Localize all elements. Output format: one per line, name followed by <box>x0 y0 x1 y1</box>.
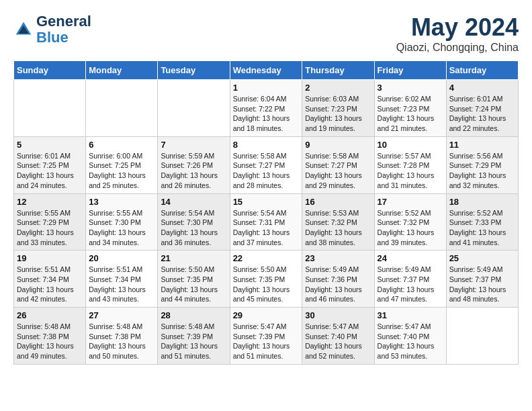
day-number: 26 <box>17 310 83 320</box>
calendar-cell: 15Sunrise: 5:54 AM Sunset: 7:31 PM Dayli… <box>230 193 302 250</box>
day-number: 31 <box>378 310 443 320</box>
calendar-cell: 8Sunrise: 5:58 AM Sunset: 7:27 PM Daylig… <box>230 136 302 193</box>
day-number: 19 <box>17 253 83 263</box>
day-number: 5 <box>17 140 83 150</box>
day-number: 4 <box>449 83 515 93</box>
day-number: 2 <box>305 83 371 93</box>
day-info: Sunrise: 5:57 AM Sunset: 7:28 PM Dayligh… <box>378 151 443 191</box>
calendar-cell: 17Sunrise: 5:52 AM Sunset: 7:32 PM Dayli… <box>374 193 446 250</box>
calendar-week-3: 12Sunrise: 5:55 AM Sunset: 7:29 PM Dayli… <box>14 193 519 250</box>
day-number: 15 <box>233 197 300 207</box>
day-info: Sunrise: 5:54 AM Sunset: 7:30 PM Dayligh… <box>161 208 226 248</box>
calendar-week-2: 5Sunrise: 6:01 AM Sunset: 7:25 PM Daylig… <box>14 136 519 193</box>
calendar-cell: 19Sunrise: 5:51 AM Sunset: 7:34 PM Dayli… <box>14 250 86 308</box>
calendar-cell: 5Sunrise: 6:01 AM Sunset: 7:25 PM Daylig… <box>14 136 86 193</box>
calendar-week-1: 1Sunrise: 6:04 AM Sunset: 7:22 PM Daylig… <box>14 80 519 137</box>
calendar-week-5: 26Sunrise: 5:48 AM Sunset: 7:38 PM Dayli… <box>14 308 519 365</box>
day-number: 13 <box>89 197 154 207</box>
logo-icon <box>13 19 34 40</box>
day-info: Sunrise: 6:02 AM Sunset: 7:23 PM Dayligh… <box>378 94 443 134</box>
day-info: Sunrise: 5:49 AM Sunset: 7:37 PM Dayligh… <box>449 265 515 304</box>
weekday-monday: Monday <box>86 61 158 80</box>
day-info: Sunrise: 5:51 AM Sunset: 7:34 PM Dayligh… <box>17 265 83 304</box>
calendar-cell: 3Sunrise: 6:02 AM Sunset: 7:23 PM Daylig… <box>374 80 446 137</box>
calendar-cell: 18Sunrise: 5:52 AM Sunset: 7:33 PM Dayli… <box>446 193 518 250</box>
day-number: 30 <box>305 310 371 320</box>
day-info: Sunrise: 5:50 AM Sunset: 7:35 PM Dayligh… <box>233 265 300 304</box>
day-info: Sunrise: 5:48 AM Sunset: 7:39 PM Dayligh… <box>161 322 226 361</box>
day-info: Sunrise: 5:56 AM Sunset: 7:29 PM Dayligh… <box>449 151 515 191</box>
day-number: 9 <box>305 140 371 150</box>
day-number: 29 <box>233 310 300 320</box>
calendar-cell: 9Sunrise: 5:58 AM Sunset: 7:27 PM Daylig… <box>302 136 374 193</box>
calendar-cell: 30Sunrise: 5:47 AM Sunset: 7:40 PM Dayli… <box>302 308 374 365</box>
day-info: Sunrise: 5:47 AM Sunset: 7:39 PM Dayligh… <box>233 322 300 361</box>
day-info: Sunrise: 5:59 AM Sunset: 7:26 PM Dayligh… <box>161 151 226 191</box>
calendar-cell: 12Sunrise: 5:55 AM Sunset: 7:29 PM Dayli… <box>14 193 86 250</box>
day-info: Sunrise: 5:53 AM Sunset: 7:32 PM Dayligh… <box>305 208 371 248</box>
day-info: Sunrise: 6:00 AM Sunset: 7:25 PM Dayligh… <box>89 151 154 191</box>
day-number: 23 <box>305 253 371 263</box>
month-title: May 2024 <box>396 13 519 42</box>
day-number: 27 <box>89 310 154 320</box>
day-info: Sunrise: 5:52 AM Sunset: 7:33 PM Dayligh… <box>449 208 515 248</box>
calendar-cell <box>14 80 86 137</box>
day-number: 24 <box>378 253 443 263</box>
day-info: Sunrise: 5:51 AM Sunset: 7:34 PM Dayligh… <box>89 265 154 304</box>
day-info: Sunrise: 5:52 AM Sunset: 7:32 PM Dayligh… <box>378 208 443 248</box>
weekday-saturday: Saturday <box>446 61 518 80</box>
day-number: 1 <box>233 83 300 93</box>
day-number: 7 <box>161 140 226 150</box>
calendar-cell: 27Sunrise: 5:48 AM Sunset: 7:38 PM Dayli… <box>86 308 158 365</box>
day-info: Sunrise: 5:47 AM Sunset: 7:40 PM Dayligh… <box>378 322 443 361</box>
calendar-cell: 26Sunrise: 5:48 AM Sunset: 7:38 PM Dayli… <box>14 308 86 365</box>
calendar-cell <box>86 80 158 137</box>
weekday-header-row: SundayMondayTuesdayWednesdayThursdayFrid… <box>14 61 519 80</box>
calendar-cell: 13Sunrise: 5:55 AM Sunset: 7:30 PM Dayli… <box>86 193 158 250</box>
day-info: Sunrise: 6:03 AM Sunset: 7:23 PM Dayligh… <box>305 94 371 134</box>
day-info: Sunrise: 6:01 AM Sunset: 7:25 PM Dayligh… <box>17 151 83 191</box>
weekday-tuesday: Tuesday <box>158 61 230 80</box>
calendar-cell: 25Sunrise: 5:49 AM Sunset: 7:37 PM Dayli… <box>446 250 518 308</box>
title-block: May 2024 Qiaozi, Chongqing, China <box>396 13 519 54</box>
calendar-cell: 20Sunrise: 5:51 AM Sunset: 7:34 PM Dayli… <box>86 250 158 308</box>
day-info: Sunrise: 5:47 AM Sunset: 7:40 PM Dayligh… <box>305 322 371 361</box>
day-info: Sunrise: 5:49 AM Sunset: 7:36 PM Dayligh… <box>305 265 371 304</box>
weekday-thursday: Thursday <box>302 61 374 80</box>
calendar-table: SundayMondayTuesdayWednesdayThursdayFrid… <box>13 60 519 365</box>
calendar-cell: 16Sunrise: 5:53 AM Sunset: 7:32 PM Dayli… <box>302 193 374 250</box>
calendar-cell: 10Sunrise: 5:57 AM Sunset: 7:28 PM Dayli… <box>374 136 446 193</box>
day-info: Sunrise: 5:54 AM Sunset: 7:31 PM Dayligh… <box>233 208 300 248</box>
calendar-body: 1Sunrise: 6:04 AM Sunset: 7:22 PM Daylig… <box>14 80 519 365</box>
calendar-cell: 24Sunrise: 5:49 AM Sunset: 7:37 PM Dayli… <box>374 250 446 308</box>
calendar-week-4: 19Sunrise: 5:51 AM Sunset: 7:34 PM Dayli… <box>14 250 519 308</box>
day-info: Sunrise: 5:50 AM Sunset: 7:35 PM Dayligh… <box>161 265 226 304</box>
day-number: 10 <box>378 140 443 150</box>
day-info: Sunrise: 5:55 AM Sunset: 7:30 PM Dayligh… <box>89 208 154 248</box>
day-info: Sunrise: 5:49 AM Sunset: 7:37 PM Dayligh… <box>378 265 443 304</box>
day-number: 11 <box>449 140 515 150</box>
day-info: Sunrise: 5:58 AM Sunset: 7:27 PM Dayligh… <box>305 151 371 191</box>
calendar-cell: 28Sunrise: 5:48 AM Sunset: 7:39 PM Dayli… <box>158 308 230 365</box>
day-info: Sunrise: 5:48 AM Sunset: 7:38 PM Dayligh… <box>89 322 154 361</box>
calendar-cell: 11Sunrise: 5:56 AM Sunset: 7:29 PM Dayli… <box>446 136 518 193</box>
day-info: Sunrise: 5:55 AM Sunset: 7:29 PM Dayligh… <box>17 208 83 248</box>
day-number: 21 <box>161 253 226 263</box>
day-info: Sunrise: 6:01 AM Sunset: 7:24 PM Dayligh… <box>449 94 515 134</box>
day-number: 17 <box>378 197 443 207</box>
day-number: 14 <box>161 197 226 207</box>
calendar-cell <box>446 308 518 365</box>
weekday-sunday: Sunday <box>14 61 86 80</box>
calendar-cell: 14Sunrise: 5:54 AM Sunset: 7:30 PM Dayli… <box>158 193 230 250</box>
day-info: Sunrise: 5:58 AM Sunset: 7:27 PM Dayligh… <box>233 151 300 191</box>
day-number: 6 <box>89 140 154 150</box>
logo: General Blue <box>13 13 91 46</box>
day-number: 25 <box>449 253 515 263</box>
calendar-cell: 2Sunrise: 6:03 AM Sunset: 7:23 PM Daylig… <box>302 80 374 137</box>
day-number: 28 <box>161 310 226 320</box>
day-number: 8 <box>233 140 300 150</box>
day-number: 22 <box>233 253 300 263</box>
calendar-cell: 4Sunrise: 6:01 AM Sunset: 7:24 PM Daylig… <box>446 80 518 137</box>
page-header: General Blue May 2024 Qiaozi, Chongqing,… <box>13 13 519 54</box>
location: Qiaozi, Chongqing, China <box>396 42 519 54</box>
